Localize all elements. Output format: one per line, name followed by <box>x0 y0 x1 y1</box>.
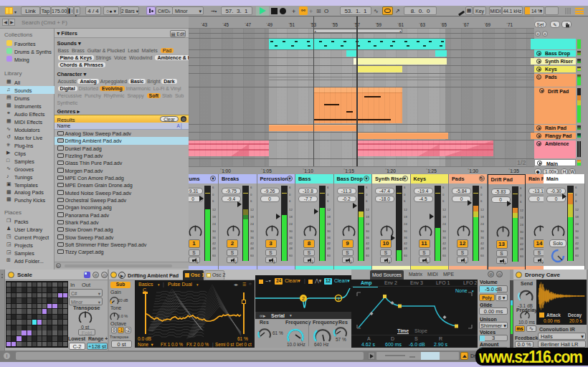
svg-text:1: 1 <box>337 297 340 301</box>
svg-text:2: 2 <box>302 296 305 301</box>
